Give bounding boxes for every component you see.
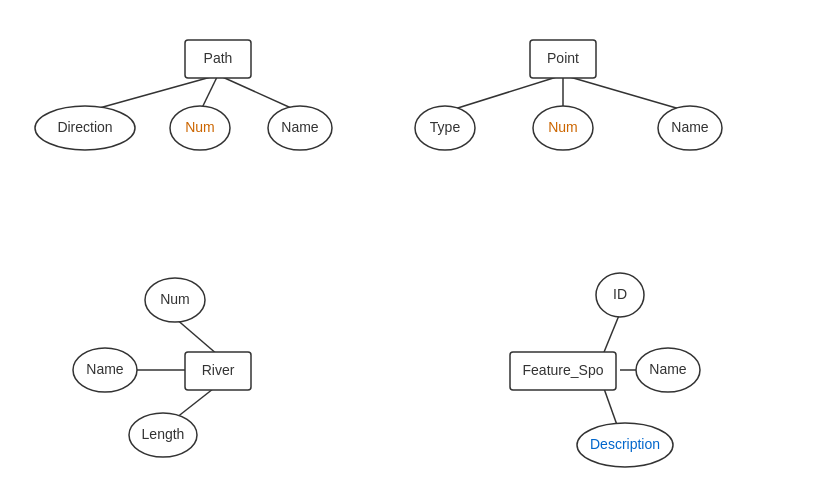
node-point-label: Point bbox=[547, 50, 579, 66]
edge-river-num bbox=[175, 318, 218, 355]
node-river-length-label: Length bbox=[142, 426, 185, 442]
node-river-label: River bbox=[202, 362, 235, 378]
node-river-num-label: Num bbox=[160, 291, 190, 307]
node-point-name-label: Name bbox=[671, 119, 709, 135]
edge-feature-id bbox=[602, 313, 620, 357]
node-path-name-label: Name bbox=[281, 119, 319, 135]
node-path-label: Path bbox=[204, 50, 233, 66]
node-path-num-label: Num bbox=[185, 119, 215, 135]
node-point-type-label: Type bbox=[430, 119, 461, 135]
edge-point-name bbox=[563, 75, 690, 112]
edge-point-type bbox=[445, 75, 563, 112]
node-feature-name-label: Name bbox=[649, 361, 687, 377]
node-point-num-label: Num bbox=[548, 119, 578, 135]
node-direction-label: Direction bbox=[57, 119, 112, 135]
node-feature-spo-label: Feature_Spo bbox=[523, 362, 604, 378]
node-river-name-label: Name bbox=[86, 361, 124, 377]
node-feature-description-label: Description bbox=[590, 436, 660, 452]
node-feature-id-label: ID bbox=[613, 286, 627, 302]
edge-path-name bbox=[218, 75, 300, 112]
diagram-canvas: Path Direction Num Name Point Type Num N… bbox=[0, 0, 817, 500]
